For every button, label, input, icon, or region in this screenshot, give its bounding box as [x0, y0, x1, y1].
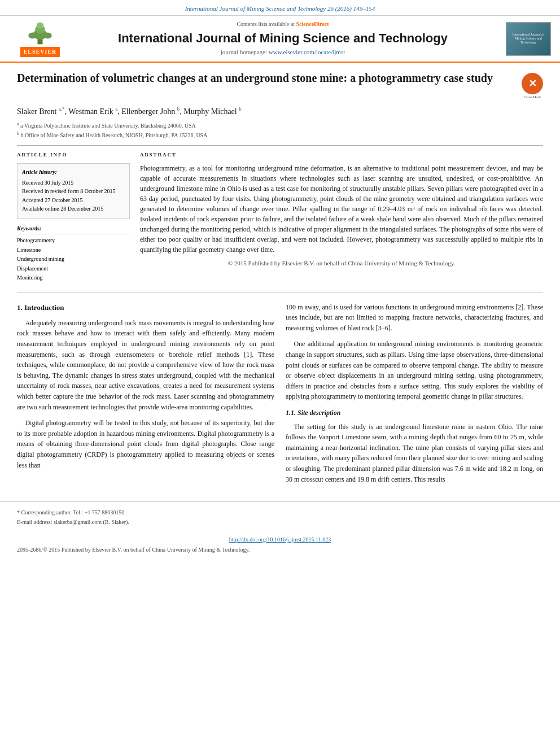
- keywords-label: Keywords:: [17, 225, 130, 235]
- body-col-right: 100 m away, and is used for various func…: [286, 302, 543, 491]
- section1-col2-para2: One additional application to undergroun…: [286, 339, 543, 402]
- top-banner: International Journal of Mining Science …: [0, 0, 560, 16]
- journal-thumbnail: International Journal of Mining Science …: [506, 22, 551, 56]
- elsevier-logo: ELSEVIER: [20, 20, 60, 58]
- header-center: Contents lists available at ScienceDirec…: [71, 20, 495, 57]
- article-info-heading: ARTICLE INFO: [17, 151, 130, 159]
- abstract-heading: ABSTRACT: [140, 151, 543, 159]
- article-title: Determination of volumetric changes at a…: [17, 71, 516, 85]
- header-right: International Journal of Mining Science …: [495, 22, 551, 56]
- header: ELSEVIER Contents lists available at Sci…: [0, 16, 560, 63]
- homepage-url[interactable]: www.elsevier.com/locate/ijmst: [269, 49, 345, 55]
- journal-homepage: journal homepage: www.elsevier.com/locat…: [71, 48, 495, 57]
- abstract-copyright: © 2015 Published by Elsevier B.V. on beh…: [140, 259, 543, 268]
- keyword-4: Displacement: [17, 265, 130, 273]
- footer: * Corresponding author. Tel.: +1 757 880…: [0, 501, 560, 561]
- article-info-box: Article history: Received 30 July 2015 R…: [17, 163, 130, 219]
- abstract-text: Photogrammetry, as a tool for monitoring…: [140, 163, 543, 255]
- history-label: Article history:: [22, 168, 125, 177]
- svg-point-4: [28, 32, 36, 38]
- body-columns: 1. Introduction Adequately measuring und…: [17, 302, 543, 491]
- section1-title: 1. Introduction: [17, 302, 274, 313]
- article-title-section: Determination of volumetric changes at a…: [17, 71, 543, 100]
- article-content: Determination of volumetric changes at a…: [0, 63, 560, 501]
- keyword-5: Monitoring: [17, 274, 130, 282]
- corresponding-author: * Corresponding author. Tel.: +1 757 880…: [17, 509, 543, 517]
- abstract-column: ABSTRACT Photogrammetry, as a tool for m…: [140, 151, 543, 283]
- keywords-box: Keywords: Photogrammetry Limestone Under…: [17, 225, 130, 282]
- crossmark-logo: ✕: [522, 73, 543, 94]
- body-col-left: 1. Introduction Adequately measuring und…: [17, 302, 274, 491]
- available-online-date: Available online 28 December 2015: [22, 205, 125, 213]
- accepted-date: Accepted 27 October 2015: [22, 196, 125, 205]
- crossmark-text: CrossMark: [523, 94, 541, 100]
- page: International Journal of Mining Science …: [0, 0, 560, 747]
- section-divider: [17, 292, 543, 293]
- elsevier-label: ELSEVIER: [20, 47, 60, 58]
- svg-point-3: [37, 22, 44, 28]
- email-link[interactable]: slakerba@gmail.com: [54, 519, 102, 525]
- section1-col1-para2: Digital photogrammetry will be tested in…: [17, 418, 274, 470]
- keyword-1: Photogrammetry: [17, 237, 130, 245]
- received-date: Received 30 July 2015: [22, 179, 125, 187]
- email-address: E-mail address: slakerba@gmail.com (B. S…: [17, 518, 543, 527]
- section1-col2-para3: The setting for this study is an undergr…: [286, 422, 543, 485]
- authors: Slaker Brent a,*, Westman Erik a, Ellenb…: [17, 106, 543, 117]
- crossmark: ✕ CrossMark: [522, 73, 543, 100]
- section1-col1-para1: Adequately measuring underground rock ma…: [17, 318, 274, 412]
- affiliation-b: b b Office of Mine Safety and Health Res…: [17, 130, 543, 139]
- elsevier-tree-icon: [23, 20, 57, 46]
- received-revised-date: Received in revised form 8 October 2015: [22, 187, 125, 196]
- affiliations: a a Virginia Polytechnic Institute and S…: [17, 121, 543, 139]
- keyword-2: Limestone: [17, 246, 130, 255]
- subsection1-1-title: 1.1. Site description: [286, 408, 543, 418]
- journal-main-title: International Journal of Mining Science …: [71, 31, 495, 46]
- article-info-abstract: ARTICLE INFO Article history: Received 3…: [17, 145, 543, 283]
- affiliation-a: a a Virginia Polytechnic Institute and S…: [17, 121, 543, 130]
- section1-col2-para1: 100 m away, and is used for various func…: [286, 302, 543, 334]
- header-left: ELSEVIER: [9, 20, 71, 58]
- journal-title-top: International Journal of Mining Science …: [185, 5, 375, 12]
- footer-copyright: 2095-2686/© 2015 Published by Elsevier B…: [17, 546, 543, 554]
- science-direct-link[interactable]: ScienceDirect: [296, 21, 329, 27]
- doi-link[interactable]: http://dx.doi.org/10.1016/j.ijmst.2015.1…: [17, 536, 543, 544]
- article-info-column: ARTICLE INFO Article history: Received 3…: [17, 151, 130, 283]
- science-direct-line: Contents lists available at ScienceDirec…: [71, 20, 495, 29]
- keyword-3: Underground mining: [17, 255, 130, 264]
- svg-point-5: [43, 32, 51, 38]
